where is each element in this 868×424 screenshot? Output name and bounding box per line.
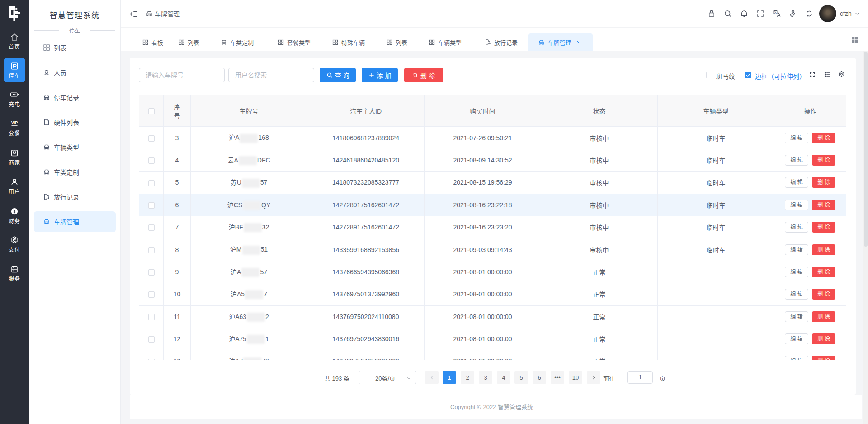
svg-text:VIP: VIP: [11, 120, 18, 125]
svg-text:文: 文: [774, 10, 777, 14]
